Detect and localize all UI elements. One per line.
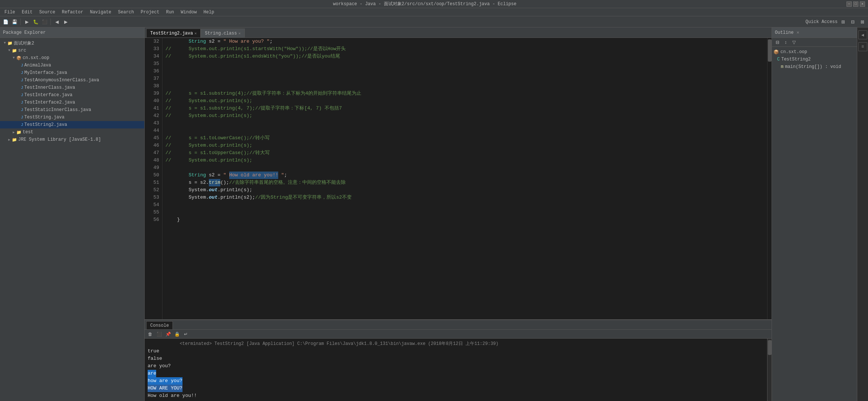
tab-stringclass[interactable]: String.class ✕ [201,29,244,38]
menu-help[interactable]: Help [201,9,217,16]
outline-tree: 📦 cn.sxt.oop C TestString2 m main(String… [772,47,857,401]
code-line-35 [165,60,764,68]
minimize-button[interactable]: — [846,1,852,7]
menu-source[interactable]: Source [36,9,58,16]
run-button[interactable]: ▶ [23,18,31,26]
tree-label: JRE System Library [JavaSE-1.8] [18,137,101,142]
code-line-39: // s = s1.substring(4);//提取子字符串：从下标为4的开始… [165,90,764,97]
console-stop-button[interactable]: ⬛ [155,330,163,338]
outline-method-icon: m [781,64,783,69]
folder-icon: 📁 [16,130,22,135]
far-right-collapse-btn[interactable]: ◀ [858,30,867,39]
tab-close-icon[interactable]: ✕ [194,31,197,36]
close-button[interactable]: ✕ [860,1,865,7]
tab-teststring2[interactable]: TestString2.java ✕ [146,29,201,38]
toolbar-layout-3[interactable]: ⊠ [858,18,867,26]
menu-file[interactable]: File [1,9,18,16]
line-numbers: 32 33 34 35 36 37 38 39 40 41 42 43 44 4… [145,38,162,319]
toolbar-sep-1 [20,19,21,25]
tree-arrow [16,93,20,97]
tree-item-innerclass[interactable]: J TestInnerClass.java [0,84,144,91]
code-line-50: String s2 = " How old are you!! "; [165,172,764,179]
code-content[interactable]: String s2 = " How are you? "; // System.… [162,38,767,319]
console-clear-button[interactable]: 🗑 [146,330,154,338]
outline-filter-button[interactable]: ▽ [790,38,798,46]
package-tree[interactable]: ▼ 📁 面试对象2 ▼ 📁 src ▼ 📦 cn.sxt.oop J Anima… [0,38,144,401]
forward-button[interactable]: ▶ [62,18,70,26]
menu-navigate[interactable]: Navigate [87,9,114,16]
outline-item-package[interactable]: 📦 cn.sxt.oop [772,48,857,56]
console-scroll-button[interactable]: 🔒 [173,330,181,338]
java-icon: J [21,93,23,97]
toolbar-layout-1[interactable]: ⊞ [839,18,847,26]
code-line-42: // System.out.println(s); [165,112,764,120]
menu-window[interactable]: Window [178,9,200,16]
tree-label: cn.sxt.oop [23,55,49,61]
menu-run[interactable]: Run [163,9,177,16]
toolbar: 📄 💾 ▶ 🐛 ⬛ ◀ ▶ Quick Access ⊞ ⊟ ⊠ [0,16,868,27]
code-line-49 [165,164,764,172]
tree-arrow: ▼ [3,41,7,45]
console-output-false: false [148,355,764,362]
tree-item-anon[interactable]: J TestAnonymousInnerClass.java [0,76,144,84]
tree-item-staticinner[interactable]: J TestStaticInnerClass.java [0,106,144,114]
console-pin-button[interactable]: 📌 [164,330,172,338]
tree-item-string2[interactable]: J TestString2.java [0,121,144,128]
menu-refactor[interactable]: Refactor [59,9,86,16]
quick-access-area: Quick Access ⊞ ⊟ ⊠ [806,18,867,26]
tree-label: TestInnerClass.java [24,85,75,90]
code-line-41: // s = s1.substring(4, 7);//提取子字符串：下标[4,… [165,105,764,112]
tree-item-myinterface[interactable]: J MyInterface.java [0,69,144,76]
menu-bar: File Edit Source Refactor Navigate Searc… [0,8,868,16]
console-tab-label: Console [150,323,169,328]
outline-collapse-button[interactable]: ⊟ [773,38,782,46]
tree-item-animal[interactable]: J AnimalJava [0,62,144,69]
tree-item-string[interactable]: J TestString.java [0,114,144,121]
save-button[interactable]: 💾 [10,18,19,26]
package-explorer-header: Package Explorer [0,27,144,38]
tree-arrow [16,115,20,119]
menu-search[interactable]: Search [115,9,137,16]
maximize-button[interactable]: □ [853,1,858,7]
tree-arrow: ▶ [12,130,16,134]
menu-project[interactable]: Project [138,9,162,16]
console-tab[interactable]: Console [146,321,173,329]
tree-item-interface2[interactable]: J TestInterface2.java [0,99,144,106]
console-word-wrap-button[interactable]: ↵ [182,330,190,338]
tree-arrow [16,86,20,89]
console-output-howold1: How old are you!! [148,392,764,400]
tree-item-test[interactable]: ▶ 📁 test [0,128,144,136]
title-bar: workspace - Java - 面试对象2/src/cn/sxt/oop/… [0,0,868,8]
toolbar-layout-2[interactable]: ⊟ [849,18,857,26]
tree-label: TestAnonymousInnerClass.java [24,78,99,83]
editor-scrollbar[interactable] [767,38,772,319]
tab-close-icon[interactable]: ✕ [239,31,241,36]
outline-item-class[interactable]: C TestString2 [772,56,857,63]
tree-item-jre[interactable]: ▶ 📁 JRE System Library [JavaSE-1.8] [0,136,144,143]
console-scrollbar[interactable] [767,339,772,401]
outline-sort-button[interactable]: ↕ [782,38,790,46]
new-button[interactable]: 📄 [1,18,10,26]
code-editor[interactable]: 32 33 34 35 36 37 38 39 40 41 42 43 44 4… [145,38,772,319]
outline-item-main[interactable]: m main(String[]) : void [772,63,857,71]
back-button[interactable]: ◀ [53,18,61,26]
debug-button[interactable]: 🐛 [32,18,40,26]
tree-label: TestString.java [24,115,65,120]
tree-item-project[interactable]: ▼ 📁 面试对象2 [0,39,144,47]
tree-arrow [16,108,20,112]
code-line-40: // System.out.println(s); [165,97,764,105]
far-right-menu-btn[interactable]: ≡ [858,42,867,51]
tree-item-package[interactable]: ▼ 📦 cn.sxt.oop [0,54,144,62]
tab-label: TestString2.java [150,31,193,36]
tree-label: 面试对象2 [14,40,34,46]
menu-edit[interactable]: Edit [19,9,36,16]
folder-icon: 📁 [7,41,13,46]
tree-item-interface[interactable]: J TestInterface.java [0,91,144,99]
tree-label: TestStaticInnerClass.java [24,107,91,113]
tree-arrow [16,63,20,67]
toolbar-sep-2 [50,19,51,25]
tree-label: TestInterface2.java [24,100,75,105]
java-icon: J [21,85,23,90]
tree-item-src[interactable]: ▼ 📁 src [0,47,144,54]
stop-button[interactable]: ⬛ [40,18,49,26]
